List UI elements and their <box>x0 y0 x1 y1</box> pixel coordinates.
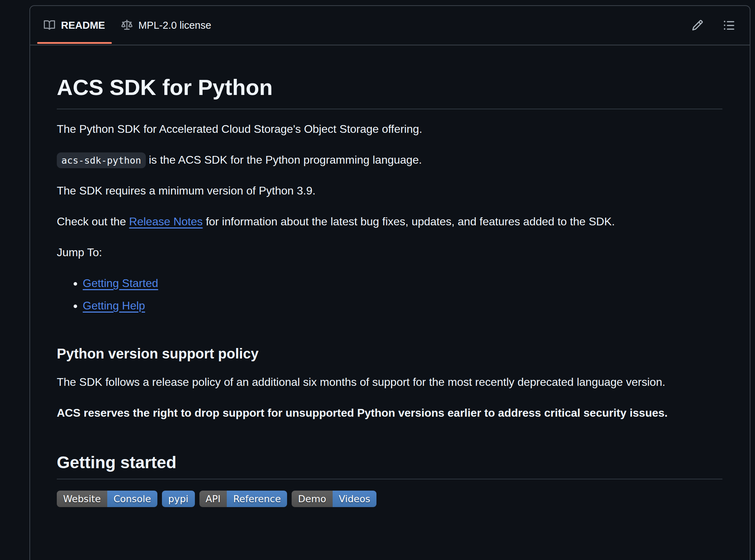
intro-paragraph: The Python SDK for Accelerated Cloud Sto… <box>57 121 722 137</box>
tab-license[interactable]: MPL-2.0 license <box>113 6 219 45</box>
outline-button[interactable] <box>717 6 741 45</box>
tabbar-spacer <box>219 6 686 45</box>
getting-started-link[interactable]: Getting Started <box>83 277 158 289</box>
badge-label-right: Videos <box>333 491 377 507</box>
law-scales-icon <box>121 20 132 31</box>
package-paragraph: acs-sdk-python is the ACS SDK for the Py… <box>57 151 722 168</box>
pypi-badge[interactable]: pypi <box>162 491 195 507</box>
tab-license-label: MPL-2.0 license <box>138 20 211 31</box>
active-tab-indicator <box>37 42 112 44</box>
pencil-icon <box>692 19 703 31</box>
release-notes-link[interactable]: Release Notes <box>129 215 203 228</box>
tab-readme-label: README <box>61 20 105 31</box>
api-reference-badge[interactable]: API Reference <box>199 491 287 507</box>
list-unordered-icon <box>723 19 735 31</box>
release-notes-paragraph: Check out the Release Notes for informat… <box>57 213 722 230</box>
badge-label-left: Demo <box>292 491 332 507</box>
badge-row: Website Console pypi API Reference Demo … <box>57 491 722 507</box>
release-notes-before: Check out the <box>57 215 129 228</box>
list-item: Getting Started <box>83 275 722 292</box>
jump-to-label: Jump To: <box>57 244 722 261</box>
badge-label-right: Console <box>107 491 157 507</box>
jump-to-list: Getting Started Getting Help <box>57 275 722 314</box>
website-console-badge[interactable]: Website Console <box>57 491 157 507</box>
tab-readme[interactable]: README <box>36 6 113 45</box>
list-item: Getting Help <box>83 297 722 314</box>
badge-label-right: Reference <box>227 491 287 507</box>
package-paragraph-text: is the ACS SDK for the Python programmin… <box>146 153 422 166</box>
badge-label-left: API <box>199 491 227 507</box>
release-notes-after: for information about the latest bug fix… <box>203 215 615 228</box>
demo-videos-badge[interactable]: Demo Videos <box>292 491 376 507</box>
edit-readme-button[interactable] <box>686 6 709 45</box>
page-title: ACS SDK for Python <box>57 74 722 109</box>
readme-content: ACS SDK for Python The Python SDK for Ac… <box>30 46 750 535</box>
requires-paragraph: The SDK requires a minimum version of Py… <box>57 182 722 199</box>
readme-panel: README MPL-2.0 license ACS SDK for Pytho… <box>29 5 750 560</box>
policy-bold-note: ACS reserves the right to drop support f… <box>57 404 722 421</box>
package-name-code: acs-sdk-python <box>57 152 146 168</box>
policy-paragraph: The SDK follows a release policy of an a… <box>57 374 722 390</box>
policy-heading: Python version support policy <box>57 345 722 362</box>
badge-label-right: pypi <box>162 491 195 507</box>
book-icon <box>44 20 55 31</box>
getting-help-link[interactable]: Getting Help <box>83 299 145 312</box>
readme-tabbar: README MPL-2.0 license <box>30 6 750 46</box>
getting-started-heading: Getting started <box>57 452 722 479</box>
badge-label-left: Website <box>57 491 107 507</box>
